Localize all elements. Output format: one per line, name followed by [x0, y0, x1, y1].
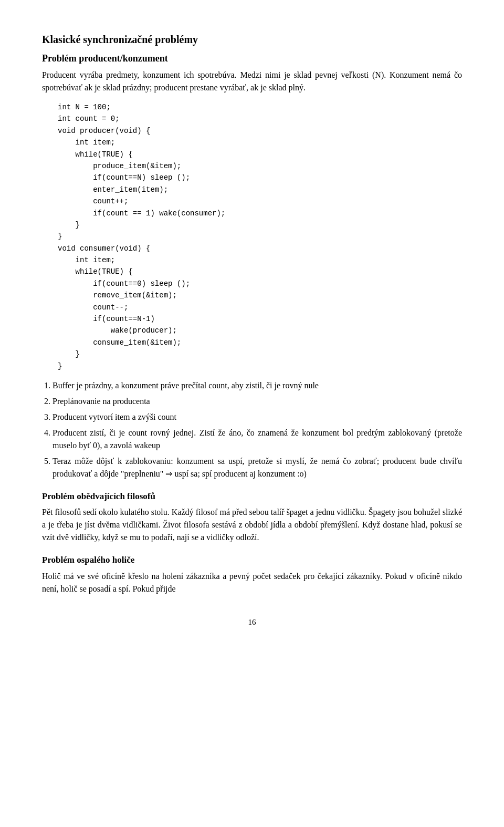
code-line-14: int item; — [58, 256, 115, 264]
code-line-19: if(count==N-1) — [58, 315, 155, 323]
code-line-6: produce_item(&item); — [58, 162, 181, 170]
code-line-11: } — [58, 221, 80, 229]
code-line-7: if(count==N) sleep (); — [58, 173, 190, 182]
code-line-18: count--; — [58, 303, 128, 312]
code-line-12: } — [58, 232, 62, 241]
code-line-15: while(TRUE) { — [58, 267, 133, 276]
list-item-1: Buffer je prázdny, a konzument práve pre… — [52, 379, 462, 392]
code-line-3: void producer(void) { — [58, 127, 150, 135]
list-item-2: Preplánovanie na producenta — [52, 395, 462, 408]
page-number: 16 — [248, 618, 256, 626]
list-item-4: Producent zistí, či je count rovný jedne… — [52, 427, 462, 452]
code-line-2: int count = 0; — [58, 115, 120, 123]
page-number-container: 16 — [42, 616, 462, 628]
code-line-5: while(TRUE) { — [58, 150, 133, 159]
code-line-20: wake(producer); — [58, 326, 177, 335]
section2-title: Problém obědvajících filosofů — [42, 490, 462, 503]
code-line-10: if(count == 1) wake(consumer); — [58, 209, 225, 218]
section2-text: Pět filosofů sedí okolo kulatého stolu. … — [42, 506, 462, 544]
code-line-13: void consumer(void) { — [58, 244, 150, 253]
numbered-list: Buffer je prázdny, a konzument práve pre… — [52, 379, 462, 480]
code-block: int N = 100; int count = 0; void produce… — [58, 101, 462, 372]
section3-text: Holič má ve své oficíně křeslo na holení… — [42, 570, 462, 595]
code-line-16: if(count==0) sleep (); — [58, 280, 190, 288]
list-item-3: Producent vytvorí item a zvýši count — [52, 411, 462, 423]
page-title: Klasické synchronizačné problémy — [42, 32, 462, 47]
code-line-21: consume_item(&item); — [58, 338, 181, 347]
code-line-23: } — [58, 362, 62, 370]
code-line-17: remove_item(&item); — [58, 291, 177, 299]
intro-paragraph: Producent vyrába predmety, konzument ich… — [42, 69, 462, 94]
code-line-1: int N = 100; — [58, 103, 111, 111]
code-line-9: count++; — [58, 197, 128, 205]
code-line-8: enter_item(item); — [58, 185, 168, 194]
code-line-22: } — [58, 350, 80, 358]
list-item-5: Teraz môže dôjsť k zablokovaniu: konzume… — [52, 455, 462, 480]
code-line-4: int item; — [58, 138, 115, 147]
section3-title: Problém ospalého holiče — [42, 553, 462, 567]
section1-title: Problém producent/konzument — [42, 51, 462, 66]
